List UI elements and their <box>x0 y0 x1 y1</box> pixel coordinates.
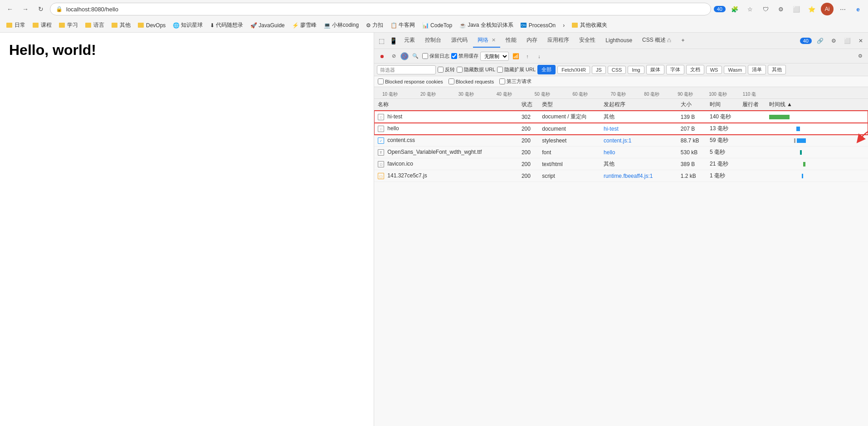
blocked-bar: Blocked response cookies Blocked request… <box>374 76 868 87</box>
shield-icon[interactable]: 🛡 <box>759 3 772 15</box>
network-settings-icon[interactable]: ⚙ <box>855 51 865 61</box>
col-executor[interactable]: 履行者 <box>739 99 766 111</box>
bookmark-devops[interactable]: DevOps <box>135 21 168 29</box>
table-row[interactable]: □ favicon.ico 200 text/html 其他 389 B 21 … <box>374 158 868 170</box>
wifi-button[interactable]: 📶 <box>511 51 521 61</box>
col-type[interactable]: 类型 <box>538 99 600 111</box>
filter-input[interactable] <box>377 65 436 74</box>
clear-button[interactable]: 🚫 <box>400 52 409 60</box>
bookmark-daily[interactable]: 日常 <box>4 20 28 30</box>
bookmark-processon[interactable]: On ProcessOn <box>518 21 558 29</box>
throttle-dropdown[interactable]: 无限制 <box>480 52 509 61</box>
blocked-requests[interactable]: Blocked requests <box>449 78 494 84</box>
device-icon[interactable]: 📱 <box>388 35 399 46</box>
extension-icon[interactable]: 🧩 <box>728 3 741 15</box>
bookmark-other-collect[interactable]: 其他收藏夹 <box>569 20 610 30</box>
filter-ws[interactable]: WS <box>706 66 722 74</box>
table-row[interactable]: □ hello 200 document hi-test 207 B 13 毫秒 <box>374 123 868 135</box>
tab-performance[interactable]: 性能 <box>501 34 521 48</box>
devtools-link-icon[interactable]: 🔗 <box>814 35 825 46</box>
filter-fetch-xhr[interactable]: Fetch/XHR <box>557 66 590 74</box>
address-bar[interactable]: 🔒 localhost:8080/hello <box>50 3 711 15</box>
tab-memory[interactable]: 内存 <box>522 34 542 48</box>
hide-data-url-checkbox[interactable]: 隐藏数据 URL <box>457 66 495 73</box>
tab-network[interactable]: 网络 ✕ <box>473 34 500 48</box>
table-row[interactable]: T OpenSans_VariableFont_wdth_wght.ttf 20… <box>374 147 868 158</box>
table-row[interactable]: ✓ content.css 200 stylesheet content.js:… <box>374 135 868 147</box>
upload-icon[interactable]: ↑ <box>522 51 532 61</box>
tab-css[interactable]: CSS 概述 凸 <box>638 34 676 48</box>
bookmark-liao[interactable]: ⚡ 廖雪峰 <box>289 20 319 30</box>
col-status[interactable]: 状态 <box>518 99 538 111</box>
third-party-requests[interactable]: 第三方请求 <box>499 78 532 85</box>
initiator-link[interactable]: hi-test <box>604 126 619 132</box>
bookmark-course[interactable]: 课程 <box>30 20 54 30</box>
filter-js[interactable]: JS <box>592 66 606 74</box>
col-time[interactable]: 时间 <box>706 99 739 111</box>
hide-ext-url-checkbox[interactable]: 隐藏扩展 URL <box>497 66 536 73</box>
bookmark-study[interactable]: 学习 <box>56 20 81 30</box>
settings-icon[interactable]: ⚙ <box>775 3 787 15</box>
invert-checkbox[interactable]: 反转 <box>438 66 455 73</box>
devtools-tab-bar: ⬚ 📱 元素 控制台 源代码 网络 ✕ 性能 内存 应用程序 安全性 Light… <box>374 33 868 49</box>
back-button[interactable]: ← <box>4 3 16 15</box>
bookmark-nowcoder[interactable]: 📋 牛客网 <box>388 20 418 30</box>
filter-other[interactable]: 其他 <box>768 65 786 74</box>
devtools-dock-icon[interactable]: ⬜ <box>842 35 853 46</box>
bookmark-zhishi[interactable]: 🌐 知识星球 <box>170 20 205 30</box>
table-row[interactable]: □ hi-test 302 document / 重定向 其他 139 B 14… <box>374 111 868 123</box>
disable-cache-checkbox[interactable]: 禁用缓存 <box>451 53 478 59</box>
collections-icon[interactable]: ⭐ <box>805 3 818 15</box>
bookmark-javaguide[interactable]: 🚀 JavaGuide <box>248 21 287 29</box>
tab-security[interactable]: 安全性 <box>575 34 600 48</box>
bookmark-java-all[interactable]: ☕ Java 全栈知识体系 <box>457 20 516 30</box>
more-icon[interactable]: ⋯ <box>836 3 849 15</box>
reload-button[interactable]: ↻ <box>34 3 47 15</box>
search-button[interactable]: 🔍 <box>410 51 420 61</box>
col-name[interactable]: 名称 <box>374 99 518 111</box>
col-timeline[interactable]: 时间线 ▲ <box>766 99 868 111</box>
stop-button[interactable]: ⊘ <box>389 51 399 61</box>
doc-icon: □ <box>378 114 384 120</box>
bookmark-leetcode[interactable]: ⚙ 力扣 <box>363 20 386 30</box>
initiator-link[interactable]: runtime.fbeeaff4.js:1 <box>604 173 653 179</box>
filter-all[interactable]: 全部 <box>537 65 556 74</box>
tab-add[interactable]: + <box>677 34 689 47</box>
initiator-link[interactable]: hello <box>604 149 615 156</box>
tab-elements[interactable]: 元素 <box>400 34 419 48</box>
table-row[interactable]: { } 141.327ce5c7.js 200 script runtime.f… <box>374 170 868 182</box>
blocked-response-cookies[interactable]: Blocked response cookies <box>378 78 443 84</box>
edge-icon[interactable]: e <box>852 3 864 15</box>
col-size[interactable]: 大小 <box>677 99 706 111</box>
tab-sources[interactable]: 源代码 <box>447 34 472 48</box>
split-icon[interactable]: ⬜ <box>790 3 803 15</box>
filter-manifest[interactable]: 清单 <box>748 65 766 74</box>
record-button[interactable]: ⏺ <box>377 51 387 61</box>
initiator-link[interactable]: content.js:1 <box>604 137 631 144</box>
col-initiator[interactable]: 发起程序 <box>600 99 677 111</box>
forward-button[interactable]: → <box>19 3 32 15</box>
preserve-log-checkbox[interactable]: 保留日志 <box>422 53 449 59</box>
cell-type: document <box>538 123 600 135</box>
tab-console[interactable]: 控制台 <box>420 34 446 48</box>
bookmark-xiaolin[interactable]: 💻 小林coding <box>321 20 361 30</box>
filter-css[interactable]: CSS <box>608 66 626 74</box>
devtools-close-icon[interactable]: ✕ <box>855 35 866 46</box>
inspect-icon[interactable]: ⬚ <box>376 35 387 46</box>
filter-wasm[interactable]: Wasm <box>724 66 746 74</box>
filter-media[interactable]: 媒体 <box>646 65 664 74</box>
bookmark-language[interactable]: 语言 <box>83 20 107 30</box>
tab-lighthouse[interactable]: Lighthouse <box>601 34 637 47</box>
favorites-icon[interactable]: ☆ <box>744 3 756 15</box>
filter-doc[interactable]: 文档 <box>686 65 704 74</box>
profile-icon[interactable]: Ai <box>821 3 834 15</box>
tab-application[interactable]: 应用程序 <box>543 34 574 48</box>
filter-font[interactable]: 字体 <box>666 65 684 74</box>
bookmark-other[interactable]: 其他 <box>109 20 133 30</box>
download-icon[interactable]: ↓ <box>534 51 544 61</box>
bookmark-more[interactable]: › <box>560 21 567 29</box>
bookmark-codetop[interactable]: 📊 CodeTop <box>419 21 455 29</box>
filter-img[interactable]: Img <box>628 66 644 74</box>
bookmark-daimao[interactable]: ⬇ 代码随想录 <box>207 20 246 30</box>
devtools-settings-icon[interactable]: ⚙ <box>828 35 839 46</box>
